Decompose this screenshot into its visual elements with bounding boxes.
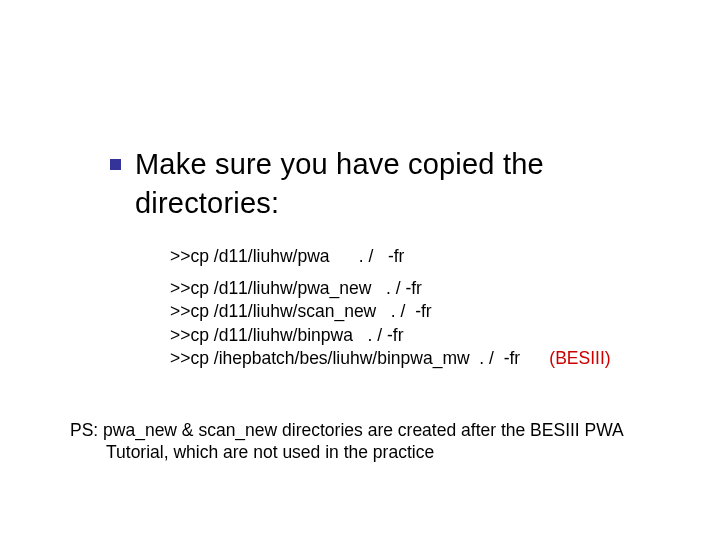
command-text: >>cp /ihepbatch/bes/liuhw/binpwa_mw . / … bbox=[170, 348, 549, 368]
command-line: >>cp /d11/liuhw/pwa_new . / -fr bbox=[170, 280, 670, 298]
command-line: >>cp /ihepbatch/bes/liuhw/binpwa_mw . / … bbox=[170, 350, 670, 368]
postscript-text: PS: pwa_new & scan_new directories are c… bbox=[70, 420, 650, 464]
bullet-icon bbox=[110, 159, 121, 170]
command-line: >>cp /d11/liuhw/binpwa . / -fr bbox=[170, 327, 670, 345]
slide: Make sure you have copied the directorie… bbox=[0, 0, 720, 540]
command-block: >>cp /d11/liuhw/pwa . / -fr >>cp /d11/li… bbox=[170, 248, 670, 374]
headline-text: Make sure you have copied the directorie… bbox=[135, 145, 650, 223]
main-bullet-row: Make sure you have copied the directorie… bbox=[110, 145, 650, 223]
command-line: >>cp /d11/liuhw/scan_new . / -fr bbox=[170, 303, 670, 321]
annotation-besiii: (BESIII) bbox=[549, 348, 610, 368]
command-line: >>cp /d11/liuhw/pwa . / -fr bbox=[170, 248, 670, 266]
postscript-block: PS: pwa_new & scan_new directories are c… bbox=[70, 420, 650, 464]
